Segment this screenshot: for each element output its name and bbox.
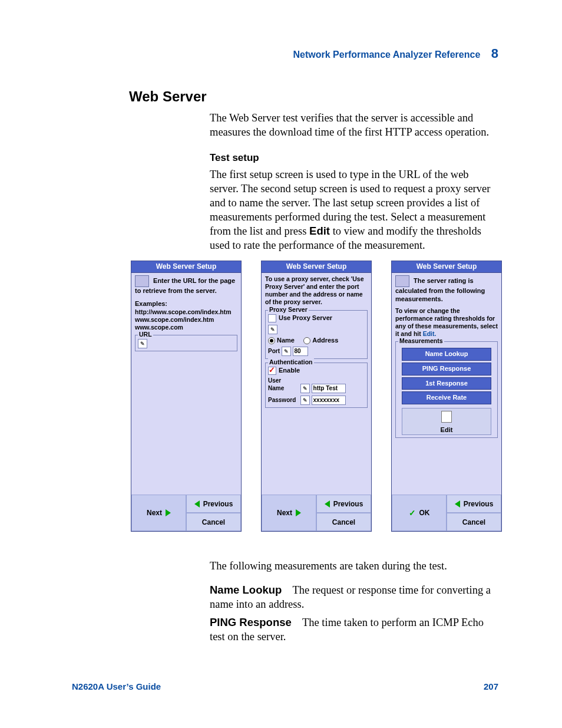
left-arrow-icon bbox=[455, 500, 460, 508]
next-button[interactable]: Next bbox=[262, 495, 316, 531]
page-icon bbox=[135, 275, 149, 287]
dialog-url-hint: Enter the URL for the page to retrieve f… bbox=[135, 277, 235, 294]
username-label: User Name bbox=[268, 377, 299, 392]
measurement-item[interactable]: 1st Response bbox=[402, 377, 491, 390]
measurement-item[interactable]: Receive Rate bbox=[402, 391, 491, 404]
dialog-title: Web Server Setup bbox=[262, 261, 371, 273]
check-icon: ✓ bbox=[409, 508, 416, 518]
edit-button[interactable]: Edit bbox=[402, 408, 491, 435]
ping-response-def: PING Response The time taken to perform … bbox=[210, 615, 498, 644]
dialog-measurements: Web Server Setup The server rating is ca… bbox=[391, 261, 502, 532]
previous-button[interactable]: Previous bbox=[186, 495, 241, 513]
dialog-meas-instr: To view or change the performance rating… bbox=[395, 307, 498, 338]
page-footer: N2620A User’s Guide 207 bbox=[72, 681, 498, 691]
url-fieldset: URL ✎ bbox=[135, 335, 237, 351]
auth-fieldset: Authentication Enable User Name ✎ http T… bbox=[265, 363, 368, 408]
radio-name[interactable] bbox=[268, 337, 275, 344]
radio-address[interactable] bbox=[303, 337, 310, 344]
left-arrow-icon bbox=[194, 500, 200, 508]
running-header-title: Network Performance Analyzer Reference bbox=[293, 50, 481, 60]
username-field[interactable]: http Test bbox=[312, 384, 346, 393]
edit-icon[interactable]: ✎ bbox=[300, 396, 310, 405]
examples-label: Examples: bbox=[135, 300, 237, 308]
test-setup-edit-word: Edit bbox=[309, 225, 330, 237]
enable-auth-label: Enable bbox=[279, 367, 300, 374]
intro-paragraph: The Web Server test verifies that the se… bbox=[210, 111, 498, 139]
edit-label: Edit bbox=[441, 426, 453, 433]
radio-name-label: Name bbox=[277, 337, 295, 344]
measurement-item[interactable]: PING Response bbox=[402, 363, 491, 375]
dialog-url-body: Enter the URL for the page to retrieve f… bbox=[131, 273, 241, 495]
example-1: http://www.scope.com/index.htm bbox=[135, 308, 237, 316]
dialog-title: Web Server Setup bbox=[131, 261, 241, 273]
edit-icon[interactable]: ✎ bbox=[268, 325, 277, 334]
footer-right: 207 bbox=[484, 681, 498, 691]
enable-auth-checkbox[interactable] bbox=[268, 367, 276, 375]
measurements-list: Name Lookup PING Response 1st Response R… bbox=[398, 348, 495, 404]
name-lookup-def: Name Lookup The request or response time… bbox=[210, 583, 498, 611]
dialog-meas-buttons: Previous ✓OK Cancel bbox=[392, 495, 501, 531]
cancel-button[interactable]: Cancel bbox=[186, 513, 241, 531]
cancel-button[interactable]: Cancel bbox=[316, 513, 371, 531]
after-shots-paragraph: The following measurements are taken dur… bbox=[210, 559, 498, 573]
dialog-measurements-body: The server rating is calculated from the… bbox=[392, 273, 501, 495]
use-proxy-label: Use Proxy Server bbox=[279, 314, 332, 321]
cancel-button[interactable]: Cancel bbox=[447, 513, 501, 531]
ok-button[interactable]: ✓OK bbox=[392, 495, 447, 531]
example-2: www.scope.com/index.htm bbox=[135, 316, 237, 324]
measurement-item[interactable]: Name Lookup bbox=[402, 348, 491, 361]
rating-icon bbox=[395, 275, 409, 287]
screenshots-row: Web Server Setup Enter the URL for the p… bbox=[131, 261, 502, 532]
left-arrow-icon bbox=[325, 500, 330, 508]
dialog-url-buttons: Previous Next Cancel bbox=[131, 495, 241, 531]
dialog-url: Web Server Setup Enter the URL for the p… bbox=[131, 261, 242, 532]
section-heading: Web Server bbox=[129, 88, 207, 105]
measurements-fieldset: Measurements Name Lookup PING Response 1… bbox=[395, 341, 498, 438]
right-arrow-icon bbox=[296, 509, 301, 516]
radio-address-label: Address bbox=[312, 337, 338, 344]
url-legend: URL bbox=[138, 331, 153, 338]
dialog-proxy-body: To use a proxy server, check 'Use Proxy … bbox=[262, 273, 371, 495]
edit-icon[interactable]: ✎ bbox=[300, 384, 310, 393]
running-header: Network Performance Analyzer Reference 8 bbox=[293, 46, 498, 61]
document-icon bbox=[441, 411, 452, 423]
right-arrow-icon bbox=[166, 509, 171, 516]
use-proxy-checkbox[interactable] bbox=[268, 314, 276, 322]
page: Network Performance Analyzer Reference 8… bbox=[0, 0, 562, 728]
port-field[interactable]: 80 bbox=[293, 347, 308, 356]
edit-icon[interactable]: ✎ bbox=[138, 339, 147, 348]
edit-icon[interactable]: ✎ bbox=[282, 347, 291, 356]
proxy-fieldset: Proxy Server Use Proxy Server ✎ Name Add… bbox=[265, 310, 368, 360]
dialog-title: Web Server Setup bbox=[392, 261, 501, 273]
test-setup-paragraph: The first setup screen is used to type i… bbox=[210, 167, 498, 252]
dialog-proxy: Web Server Setup To use a proxy server, … bbox=[261, 261, 372, 532]
footer-left: N2620A User’s Guide bbox=[72, 681, 161, 691]
previous-button[interactable]: Previous bbox=[316, 495, 371, 513]
port-label: Port bbox=[268, 348, 280, 354]
measurements-legend: Measurements bbox=[398, 337, 444, 345]
dialog-proxy-buttons: Previous Next Cancel bbox=[262, 495, 371, 531]
next-button[interactable]: Next bbox=[131, 495, 186, 531]
previous-button[interactable]: Previous bbox=[447, 495, 501, 513]
password-field[interactable]: xxxxxxxx bbox=[312, 396, 346, 405]
password-label: Password bbox=[268, 397, 299, 404]
ping-response-term: PING Response bbox=[210, 616, 292, 628]
test-setup-heading: Test setup bbox=[210, 152, 259, 164]
name-lookup-term: Name Lookup bbox=[210, 584, 282, 596]
running-header-chapter: 8 bbox=[491, 46, 498, 61]
dialog-proxy-hint: To use a proxy server, check 'Use Proxy … bbox=[265, 275, 368, 307]
proxy-legend: Proxy Server bbox=[268, 306, 309, 314]
